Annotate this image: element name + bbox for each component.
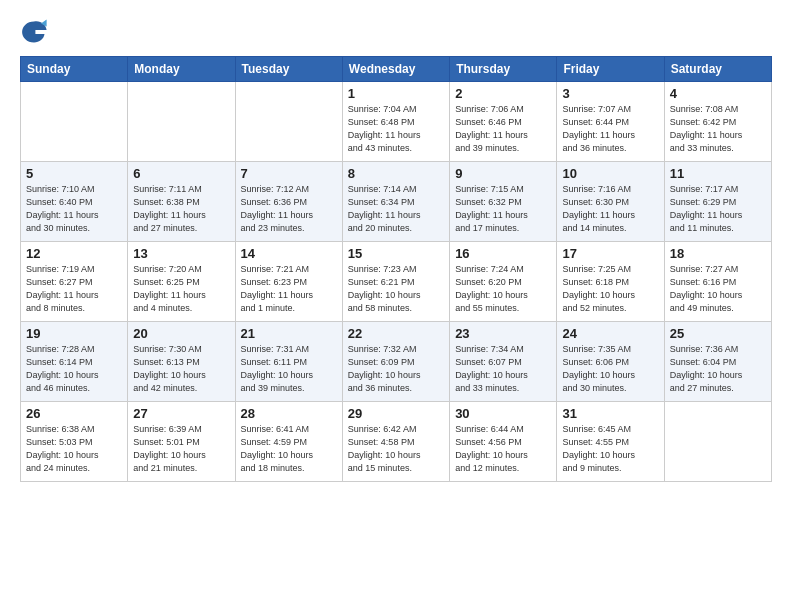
calendar-cell: 10Sunrise: 7:16 AM Sunset: 6:30 PM Dayli… [557,162,664,242]
day-info: Sunrise: 7:30 AM Sunset: 6:13 PM Dayligh… [133,343,229,395]
col-header-tuesday: Tuesday [235,57,342,82]
day-info: Sunrise: 7:32 AM Sunset: 6:09 PM Dayligh… [348,343,444,395]
day-number: 25 [670,326,766,341]
day-info: Sunrise: 7:17 AM Sunset: 6:29 PM Dayligh… [670,183,766,235]
day-info: Sunrise: 7:06 AM Sunset: 6:46 PM Dayligh… [455,103,551,155]
day-info: Sunrise: 7:11 AM Sunset: 6:38 PM Dayligh… [133,183,229,235]
day-number: 24 [562,326,658,341]
calendar-cell: 27Sunrise: 6:39 AM Sunset: 5:01 PM Dayli… [128,402,235,482]
calendar-cell: 5Sunrise: 7:10 AM Sunset: 6:40 PM Daylig… [21,162,128,242]
col-header-thursday: Thursday [450,57,557,82]
day-number: 14 [241,246,337,261]
calendar-cell: 3Sunrise: 7:07 AM Sunset: 6:44 PM Daylig… [557,82,664,162]
day-number: 11 [670,166,766,181]
calendar-cell: 21Sunrise: 7:31 AM Sunset: 6:11 PM Dayli… [235,322,342,402]
calendar-cell: 14Sunrise: 7:21 AM Sunset: 6:23 PM Dayli… [235,242,342,322]
calendar-week-row: 12Sunrise: 7:19 AM Sunset: 6:27 PM Dayli… [21,242,772,322]
day-info: Sunrise: 6:39 AM Sunset: 5:01 PM Dayligh… [133,423,229,475]
day-number: 19 [26,326,122,341]
day-number: 5 [26,166,122,181]
day-info: Sunrise: 7:21 AM Sunset: 6:23 PM Dayligh… [241,263,337,315]
day-info: Sunrise: 6:44 AM Sunset: 4:56 PM Dayligh… [455,423,551,475]
calendar-cell: 9Sunrise: 7:15 AM Sunset: 6:32 PM Daylig… [450,162,557,242]
day-number: 10 [562,166,658,181]
day-number: 31 [562,406,658,421]
day-info: Sunrise: 6:42 AM Sunset: 4:58 PM Dayligh… [348,423,444,475]
logo-icon [20,18,48,46]
day-info: Sunrise: 6:45 AM Sunset: 4:55 PM Dayligh… [562,423,658,475]
calendar-cell: 25Sunrise: 7:36 AM Sunset: 6:04 PM Dayli… [664,322,771,402]
col-header-friday: Friday [557,57,664,82]
day-number: 21 [241,326,337,341]
col-header-wednesday: Wednesday [342,57,449,82]
calendar-cell [21,82,128,162]
header [20,16,772,46]
day-number: 30 [455,406,551,421]
calendar-cell: 29Sunrise: 6:42 AM Sunset: 4:58 PM Dayli… [342,402,449,482]
calendar-cell: 8Sunrise: 7:14 AM Sunset: 6:34 PM Daylig… [342,162,449,242]
day-number: 12 [26,246,122,261]
calendar-cell: 19Sunrise: 7:28 AM Sunset: 6:14 PM Dayli… [21,322,128,402]
calendar-cell [235,82,342,162]
day-info: Sunrise: 7:25 AM Sunset: 6:18 PM Dayligh… [562,263,658,315]
day-number: 29 [348,406,444,421]
calendar-cell: 30Sunrise: 6:44 AM Sunset: 4:56 PM Dayli… [450,402,557,482]
calendar-week-row: 26Sunrise: 6:38 AM Sunset: 5:03 PM Dayli… [21,402,772,482]
day-info: Sunrise: 7:12 AM Sunset: 6:36 PM Dayligh… [241,183,337,235]
day-number: 6 [133,166,229,181]
calendar-cell: 12Sunrise: 7:19 AM Sunset: 6:27 PM Dayli… [21,242,128,322]
day-number: 3 [562,86,658,101]
day-info: Sunrise: 7:28 AM Sunset: 6:14 PM Dayligh… [26,343,122,395]
page: SundayMondayTuesdayWednesdayThursdayFrid… [0,0,792,612]
day-info: Sunrise: 6:41 AM Sunset: 4:59 PM Dayligh… [241,423,337,475]
calendar-cell: 16Sunrise: 7:24 AM Sunset: 6:20 PM Dayli… [450,242,557,322]
day-number: 26 [26,406,122,421]
calendar-cell: 15Sunrise: 7:23 AM Sunset: 6:21 PM Dayli… [342,242,449,322]
day-number: 28 [241,406,337,421]
day-number: 20 [133,326,229,341]
day-info: Sunrise: 7:10 AM Sunset: 6:40 PM Dayligh… [26,183,122,235]
day-number: 15 [348,246,444,261]
day-number: 7 [241,166,337,181]
calendar-cell: 1Sunrise: 7:04 AM Sunset: 6:48 PM Daylig… [342,82,449,162]
calendar-cell: 6Sunrise: 7:11 AM Sunset: 6:38 PM Daylig… [128,162,235,242]
day-info: Sunrise: 7:27 AM Sunset: 6:16 PM Dayligh… [670,263,766,315]
day-info: Sunrise: 7:20 AM Sunset: 6:25 PM Dayligh… [133,263,229,315]
calendar-cell: 26Sunrise: 6:38 AM Sunset: 5:03 PM Dayli… [21,402,128,482]
day-info: Sunrise: 6:38 AM Sunset: 5:03 PM Dayligh… [26,423,122,475]
day-number: 27 [133,406,229,421]
calendar-cell: 11Sunrise: 7:17 AM Sunset: 6:29 PM Dayli… [664,162,771,242]
calendar-cell: 13Sunrise: 7:20 AM Sunset: 6:25 PM Dayli… [128,242,235,322]
calendar-cell: 20Sunrise: 7:30 AM Sunset: 6:13 PM Dayli… [128,322,235,402]
day-number: 9 [455,166,551,181]
day-info: Sunrise: 7:35 AM Sunset: 6:06 PM Dayligh… [562,343,658,395]
day-info: Sunrise: 7:08 AM Sunset: 6:42 PM Dayligh… [670,103,766,155]
day-info: Sunrise: 7:04 AM Sunset: 6:48 PM Dayligh… [348,103,444,155]
day-info: Sunrise: 7:19 AM Sunset: 6:27 PM Dayligh… [26,263,122,315]
calendar-cell: 2Sunrise: 7:06 AM Sunset: 6:46 PM Daylig… [450,82,557,162]
day-number: 16 [455,246,551,261]
calendar-table: SundayMondayTuesdayWednesdayThursdayFrid… [20,56,772,482]
calendar-week-row: 5Sunrise: 7:10 AM Sunset: 6:40 PM Daylig… [21,162,772,242]
calendar-cell: 24Sunrise: 7:35 AM Sunset: 6:06 PM Dayli… [557,322,664,402]
day-info: Sunrise: 7:07 AM Sunset: 6:44 PM Dayligh… [562,103,658,155]
day-info: Sunrise: 7:34 AM Sunset: 6:07 PM Dayligh… [455,343,551,395]
calendar-cell: 7Sunrise: 7:12 AM Sunset: 6:36 PM Daylig… [235,162,342,242]
day-number: 8 [348,166,444,181]
day-info: Sunrise: 7:16 AM Sunset: 6:30 PM Dayligh… [562,183,658,235]
day-number: 22 [348,326,444,341]
logo [20,16,50,46]
calendar-week-row: 1Sunrise: 7:04 AM Sunset: 6:48 PM Daylig… [21,82,772,162]
day-info: Sunrise: 7:24 AM Sunset: 6:20 PM Dayligh… [455,263,551,315]
day-number: 1 [348,86,444,101]
calendar-cell: 23Sunrise: 7:34 AM Sunset: 6:07 PM Dayli… [450,322,557,402]
calendar-header-row: SundayMondayTuesdayWednesdayThursdayFrid… [21,57,772,82]
day-number: 23 [455,326,551,341]
day-info: Sunrise: 7:31 AM Sunset: 6:11 PM Dayligh… [241,343,337,395]
day-info: Sunrise: 7:15 AM Sunset: 6:32 PM Dayligh… [455,183,551,235]
col-header-sunday: Sunday [21,57,128,82]
calendar-week-row: 19Sunrise: 7:28 AM Sunset: 6:14 PM Dayli… [21,322,772,402]
day-number: 4 [670,86,766,101]
calendar-cell [664,402,771,482]
calendar-cell: 31Sunrise: 6:45 AM Sunset: 4:55 PM Dayli… [557,402,664,482]
